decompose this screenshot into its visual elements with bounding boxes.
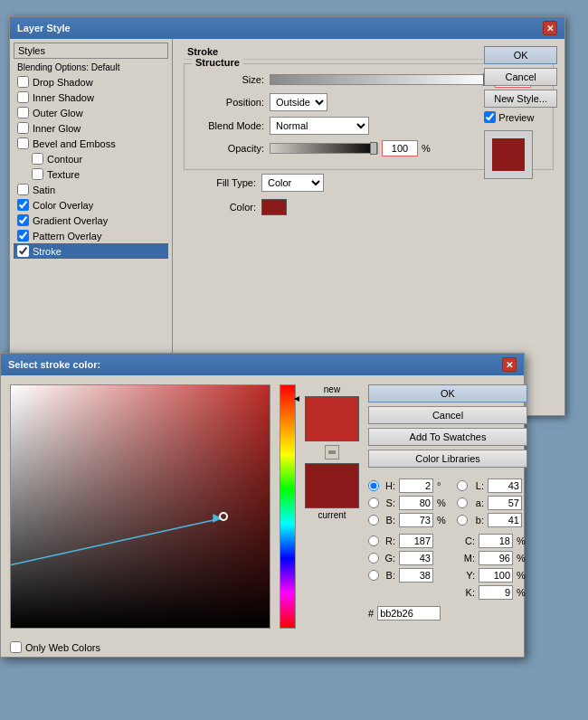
texture-checkbox[interactable] <box>32 168 43 180</box>
b2-input[interactable] <box>399 568 433 583</box>
inner-shadow-checkbox[interactable] <box>17 91 29 103</box>
hex-input[interactable] <box>377 606 441 621</box>
opacity-label: Opacity: <box>192 143 264 154</box>
cp-hue-slider[interactable] <box>280 384 296 629</box>
opacity-input[interactable] <box>382 140 418 156</box>
g-label: G: <box>383 553 395 564</box>
cp-body: new current OK Cancel Add To Swatches Co… <box>1 375 524 638</box>
styles-header: Styles <box>14 43 168 59</box>
style-item-pattern-overlay[interactable]: Pattern Overlay <box>14 228 168 243</box>
style-item-bevel[interactable]: Bevel and Emboss <box>14 136 168 151</box>
only-web-colors-label: Only Web Colors <box>25 642 100 653</box>
fill-type-select[interactable]: Color Gradient Pattern <box>261 174 324 192</box>
h-label: H: <box>383 480 395 491</box>
color-overlay-label: Color Overlay <box>33 200 93 211</box>
preview-box <box>484 130 533 179</box>
cp-fields: H: ° S: % B: <box>368 478 527 621</box>
b-radio[interactable] <box>368 515 379 526</box>
blending-label: Blending Options: Default <box>17 62 119 72</box>
bevel-checkbox[interactable] <box>17 137 29 149</box>
stroke-checkbox[interactable] <box>17 245 29 257</box>
b2-radio[interactable] <box>368 570 379 581</box>
only-web-colors-checkbox[interactable] <box>10 641 22 653</box>
h-radio[interactable] <box>368 480 379 491</box>
cp-gradient-box[interactable] <box>10 384 270 629</box>
style-item-gradient-overlay[interactable]: Gradient Overlay <box>14 213 168 228</box>
a-radio[interactable] <box>457 497 468 508</box>
k-unit: % <box>517 587 527 598</box>
style-item-satin[interactable]: Satin <box>14 182 168 197</box>
h-input[interactable] <box>399 478 433 493</box>
c-field-row: C: % <box>457 534 527 548</box>
r-label: R: <box>383 535 395 546</box>
blend-mode-label: Blend Mode: <box>192 120 264 131</box>
b3-input[interactable] <box>488 513 522 527</box>
preview-checkbox[interactable] <box>484 111 496 123</box>
l-input[interactable] <box>488 478 522 493</box>
opacity-unit: % <box>422 143 431 154</box>
color-swatch[interactable] <box>261 199 287 215</box>
gradient-overlay-checkbox[interactable] <box>17 214 29 226</box>
s-radio[interactable] <box>368 497 379 508</box>
drop-shadow-checkbox[interactable] <box>17 76 29 88</box>
k-input[interactable] <box>479 585 513 600</box>
c-unit: % <box>517 535 527 546</box>
position-select[interactable]: Outside Inside Center <box>270 93 327 111</box>
ok-button[interactable]: OK <box>484 46 557 64</box>
style-item-inner-shadow[interactable]: Inner Shadow <box>14 90 168 105</box>
cp-cancel-button[interactable]: Cancel <box>368 406 527 424</box>
style-item-color-overlay[interactable]: Color Overlay <box>14 197 168 213</box>
style-item-stroke[interactable]: Stroke <box>14 243 168 259</box>
y-input[interactable] <box>479 568 513 583</box>
new-style-button[interactable]: New Style... <box>484 90 557 108</box>
style-item-blending[interactable]: Blending Options: Default <box>14 61 168 74</box>
layer-style-title: Layer Style <box>17 23 71 33</box>
c-input[interactable] <box>479 534 513 548</box>
bevel-label: Bevel and Emboss <box>33 138 116 149</box>
g-input[interactable] <box>399 551 433 565</box>
c-label: C: <box>457 535 475 546</box>
current-label: current <box>305 510 359 520</box>
cp-ok-button[interactable]: OK <box>368 384 527 403</box>
satin-label: Satin <box>33 185 55 195</box>
inner-glow-checkbox[interactable] <box>17 122 29 134</box>
new-color-swatch[interactable] <box>305 396 359 441</box>
s-input[interactable] <box>399 496 433 510</box>
cancel-button[interactable]: Cancel <box>484 68 557 86</box>
l-field-row: L: <box>457 478 527 493</box>
k-label: K: <box>457 587 475 598</box>
b3-radio[interactable] <box>457 515 468 526</box>
l-radio[interactable] <box>457 480 468 491</box>
preview-label: Preview <box>498 112 534 123</box>
style-item-outer-glow[interactable]: Outer Glow <box>14 105 168 120</box>
b-unit: % <box>437 515 448 526</box>
color-overlay-checkbox[interactable] <box>17 199 29 211</box>
stroke-label: Stroke <box>33 246 62 257</box>
g-radio[interactable] <box>368 553 379 564</box>
color-libraries-button[interactable]: Color Libraries <box>368 450 527 468</box>
outer-glow-checkbox[interactable] <box>17 107 29 118</box>
style-item-contour[interactable]: Contour <box>14 151 168 166</box>
style-item-texture[interactable]: Texture <box>14 166 168 182</box>
inner-shadow-label: Inner Shadow <box>33 92 94 103</box>
style-item-drop-shadow[interactable]: Drop Shadow <box>14 74 168 90</box>
a-input[interactable] <box>488 496 522 510</box>
m-input[interactable] <box>479 551 513 565</box>
main-panel: Stroke Structure Size: px Position: <box>173 39 564 383</box>
position-label: Position: <box>192 97 264 108</box>
style-item-inner-glow[interactable]: Inner Glow <box>14 120 168 136</box>
b-input[interactable] <box>399 513 433 527</box>
cp-close-button[interactable]: ✕ <box>502 357 517 372</box>
only-web-colors-row: Only Web Colors <box>1 638 524 657</box>
r-input[interactable] <box>399 534 433 548</box>
r-radio[interactable] <box>368 535 379 546</box>
pattern-overlay-checkbox[interactable] <box>17 230 29 242</box>
blend-mode-select[interactable]: Normal Dissolve Multiply <box>270 117 369 135</box>
add-to-swatches-button[interactable]: Add To Swatches <box>368 428 527 446</box>
hex-hash: # <box>368 608 374 619</box>
layer-style-close-button[interactable]: ✕ <box>543 21 557 35</box>
satin-checkbox[interactable] <box>17 184 29 195</box>
cp-hex-row: # <box>368 606 527 621</box>
contour-checkbox[interactable] <box>32 153 43 165</box>
structure-label: Structure <box>192 57 243 68</box>
